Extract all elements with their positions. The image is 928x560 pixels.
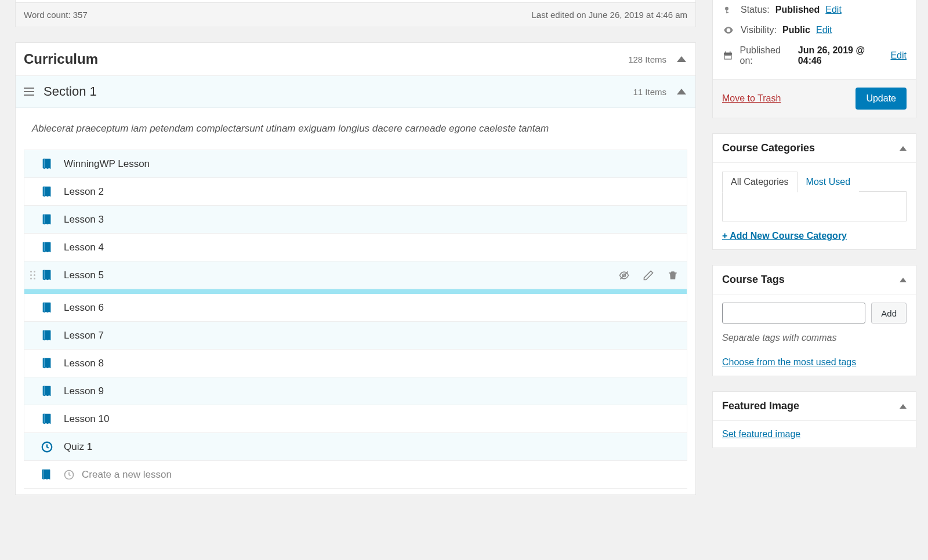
drag-handle-icon[interactable] bbox=[24, 88, 34, 96]
lesson-title: Lesson 10 bbox=[64, 413, 679, 425]
collapse-icon[interactable] bbox=[900, 278, 907, 282]
book-icon bbox=[41, 357, 53, 370]
book-icon bbox=[41, 241, 53, 254]
featured-image-title: Featured Image bbox=[722, 400, 900, 412]
svg-rect-6 bbox=[44, 214, 45, 223]
svg-rect-42 bbox=[725, 56, 731, 59]
edit-icon bbox=[643, 270, 654, 281]
lesson-row[interactable]: Lesson 4 bbox=[24, 234, 687, 261]
svg-rect-36 bbox=[726, 12, 728, 13]
lesson-row[interactable]: Lesson 7 bbox=[24, 322, 687, 350]
lesson-title: Lesson 7 bbox=[64, 330, 679, 341]
section-title: Section 1 bbox=[44, 84, 633, 99]
course-categories-header[interactable]: Course Categories bbox=[713, 134, 916, 163]
key-icon bbox=[722, 5, 735, 15]
toggle-visibility-button[interactable] bbox=[618, 270, 630, 281]
svg-rect-18 bbox=[44, 330, 45, 339]
lesson-row[interactable]: Lesson 2 bbox=[24, 178, 687, 206]
course-categories-title: Course Categories bbox=[722, 142, 900, 154]
visibility-value: Public bbox=[782, 25, 810, 35]
svg-rect-12 bbox=[44, 270, 45, 279]
published-row: Published on: Jun 26, 2019 @ 04:46 Edit bbox=[722, 41, 907, 71]
categories-list bbox=[722, 191, 907, 221]
section-description: Abiecerat praeceptum iam petendam comple… bbox=[32, 123, 680, 134]
lesson-row[interactable]: Lesson 8 bbox=[24, 350, 687, 377]
clock-icon bbox=[63, 469, 75, 481]
create-lesson-placeholder: Create a new lesson bbox=[82, 469, 172, 481]
lesson-actions bbox=[618, 270, 679, 281]
lesson-title: Lesson 9 bbox=[64, 386, 679, 397]
add-tag-button[interactable]: Add bbox=[871, 303, 907, 323]
svg-point-34 bbox=[725, 7, 728, 10]
calendar-icon bbox=[722, 50, 734, 61]
delete-lesson-button[interactable] bbox=[667, 270, 679, 281]
lesson-title: Quiz 1 bbox=[64, 441, 679, 453]
svg-rect-27 bbox=[44, 413, 45, 423]
drop-indicator bbox=[24, 289, 687, 294]
tab-all-categories[interactable]: All Categories bbox=[722, 172, 798, 192]
edit-lesson-button[interactable] bbox=[643, 270, 654, 281]
book-icon bbox=[41, 213, 53, 226]
lesson-row[interactable]: Lesson 9 bbox=[24, 377, 687, 405]
lesson-title: Lesson 6 bbox=[64, 302, 679, 314]
move-to-trash-link[interactable]: Move to Trash bbox=[722, 93, 781, 104]
featured-image-header[interactable]: Featured Image bbox=[713, 392, 916, 421]
lesson-row[interactable]: Quiz 1 bbox=[24, 433, 687, 461]
lesson-row[interactable]: Lesson 10 bbox=[24, 405, 687, 433]
book-icon bbox=[41, 158, 53, 170]
lesson-title: Lesson 5 bbox=[64, 270, 618, 281]
status-label: Status: bbox=[741, 5, 770, 15]
book-icon bbox=[41, 329, 53, 342]
publish-widget: Status: Published Edit Visibility: Publi… bbox=[712, 0, 916, 118]
drag-handle-icon[interactable] bbox=[30, 271, 37, 279]
eye-icon bbox=[722, 24, 735, 36]
set-featured-image-link[interactable]: Set featured image bbox=[722, 429, 800, 439]
clock-icon bbox=[41, 441, 53, 453]
svg-point-37 bbox=[727, 29, 729, 31]
status-edit-link[interactable]: Edit bbox=[825, 5, 842, 15]
svg-rect-15 bbox=[44, 302, 45, 311]
course-categories-widget: Course Categories All Categories Most Us… bbox=[712, 133, 916, 250]
book-icon bbox=[41, 269, 53, 282]
lesson-title: WinningWP Lesson bbox=[64, 158, 679, 170]
collapse-icon[interactable] bbox=[900, 146, 907, 151]
lesson-row[interactable]: Lesson 3 bbox=[24, 206, 687, 234]
tag-input[interactable] bbox=[722, 303, 865, 323]
status-row: Status: Published Edit bbox=[722, 0, 907, 20]
editor-panel: Word count: 357 Last edited on June 26, … bbox=[15, 0, 696, 27]
published-label: Published on: bbox=[740, 45, 792, 66]
visibility-row: Visibility: Public Edit bbox=[722, 20, 907, 41]
published-edit-link[interactable]: Edit bbox=[890, 50, 907, 61]
tags-hint: Separate tags with commas bbox=[722, 333, 907, 343]
section-header[interactable]: Section 1 11 Items bbox=[16, 76, 695, 108]
book-icon bbox=[40, 468, 53, 481]
svg-rect-39 bbox=[724, 53, 733, 55]
add-new-category-link[interactable]: + Add New Course Category bbox=[722, 231, 847, 241]
lesson-row[interactable]: WinningWP Lesson bbox=[24, 150, 687, 178]
collapse-icon[interactable] bbox=[677, 89, 686, 94]
svg-rect-24 bbox=[44, 386, 45, 395]
lesson-row[interactable]: Lesson 5 bbox=[24, 261, 687, 289]
course-tags-title: Course Tags bbox=[722, 274, 900, 286]
course-tags-widget: Course Tags Add Separate tags with comma… bbox=[712, 265, 916, 376]
create-lesson-row[interactable]: Create a new lesson bbox=[24, 461, 687, 489]
lesson-row[interactable]: Lesson 6 bbox=[24, 294, 687, 322]
course-tags-header[interactable]: Course Tags bbox=[713, 266, 916, 294]
collapse-icon[interactable] bbox=[677, 56, 686, 62]
svg-rect-40 bbox=[726, 52, 727, 54]
choose-tags-link[interactable]: Choose from the most used tags bbox=[722, 357, 856, 367]
collapse-icon[interactable] bbox=[900, 404, 907, 409]
tab-most-used[interactable]: Most Used bbox=[798, 172, 859, 192]
update-button[interactable]: Update bbox=[855, 88, 907, 110]
eye-off-icon bbox=[618, 270, 630, 281]
status-value: Published bbox=[775, 5, 820, 15]
featured-image-widget: Featured Image Set featured image bbox=[712, 391, 916, 448]
curriculum-header[interactable]: Curriculum 128 Items bbox=[16, 43, 695, 76]
visibility-edit-link[interactable]: Edit bbox=[816, 25, 832, 35]
last-edited: Last edited on June 26, 2019 at 4:46 am bbox=[531, 10, 687, 20]
svg-rect-41 bbox=[730, 52, 731, 54]
curriculum-items-count: 128 Items bbox=[628, 54, 666, 64]
editor-footer: Word count: 357 Last edited on June 26, … bbox=[16, 2, 695, 27]
lesson-title: Lesson 4 bbox=[64, 242, 679, 253]
svg-rect-3 bbox=[44, 186, 45, 195]
